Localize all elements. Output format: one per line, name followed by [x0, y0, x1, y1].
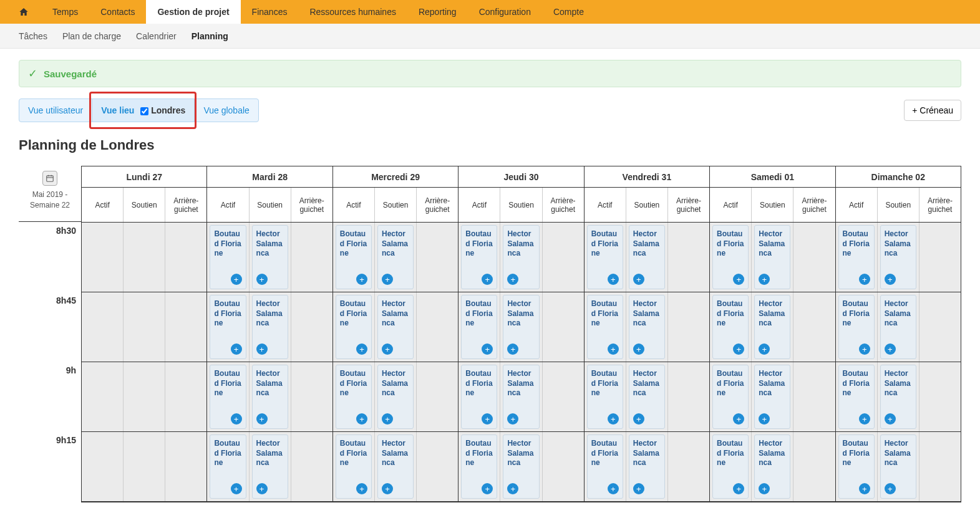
add-icon[interactable]: +	[859, 413, 870, 425]
planning-entry[interactable]: Boutaud Floriane+	[838, 295, 875, 359]
planning-entry[interactable]: Hector Salamanca+	[503, 225, 539, 289]
subnav-planning[interactable]: Planning	[192, 31, 228, 41]
add-icon[interactable]: +	[608, 274, 619, 285]
planning-entry[interactable]: Boutaud Floriane+	[712, 295, 749, 359]
planning-entry[interactable]: Boutaud Floriane+	[587, 365, 623, 429]
add-icon[interactable]: +	[733, 343, 744, 355]
view-global-button[interactable]: Vue globale	[194, 99, 258, 122]
nav-tab-configuration[interactable]: Configuration	[468, 0, 542, 24]
planning-entry[interactable]: Hector Salamanca+	[754, 434, 790, 499]
planning-entry[interactable]: Boutaud Floriane+	[210, 295, 246, 359]
planning-entry[interactable]: Boutaud Floriane+	[461, 434, 497, 499]
view-user-button[interactable]: Vue utilisateur	[19, 99, 92, 122]
add-icon[interactable]: +	[482, 274, 493, 285]
planning-entry[interactable]: Boutaud Floriane+	[210, 225, 246, 289]
add-icon[interactable]: +	[859, 274, 870, 285]
planning-entry[interactable]: Boutaud Floriane+	[336, 434, 372, 499]
add-icon[interactable]: +	[633, 274, 644, 285]
add-icon[interactable]: +	[256, 413, 268, 425]
add-icon[interactable]: +	[507, 413, 518, 425]
add-icon[interactable]: +	[356, 343, 367, 355]
planning-entry[interactable]: Boutaud Floriane+	[210, 365, 246, 429]
nav-tab-ressources-humaines[interactable]: Ressources humaines	[298, 0, 407, 24]
add-icon[interactable]: +	[633, 413, 644, 425]
planning-entry[interactable]: Hector Salamanca+	[754, 365, 790, 429]
planning-entry[interactable]: Hector Salamanca+	[629, 434, 665, 499]
add-icon[interactable]: +	[256, 274, 268, 285]
add-icon[interactable]: +	[482, 483, 493, 494]
planning-entry[interactable]: Boutaud Floriane+	[838, 365, 875, 429]
add-icon[interactable]: +	[482, 343, 493, 355]
planning-entry[interactable]: Hector Salamanca+	[503, 434, 539, 499]
nav-tab-finances[interactable]: Finances	[241, 0, 299, 24]
add-icon[interactable]: +	[885, 274, 896, 285]
add-icon[interactable]: +	[231, 413, 242, 425]
nav-tab-gestion-de-projet[interactable]: Gestion de projet	[146, 0, 240, 24]
planning-entry[interactable]: Hector Salamanca+	[880, 225, 916, 289]
add-icon[interactable]: +	[859, 343, 870, 355]
planning-entry[interactable]: Boutaud Floriane+	[210, 434, 246, 499]
add-icon[interactable]: +	[231, 343, 242, 355]
planning-entry[interactable]: Hector Salamanca+	[629, 225, 665, 289]
add-icon[interactable]: +	[608, 413, 619, 425]
add-icon[interactable]: +	[885, 483, 896, 494]
add-icon[interactable]: +	[382, 274, 393, 285]
add-icon[interactable]: +	[507, 343, 518, 355]
planning-entry[interactable]: Boutaud Floriane+	[587, 295, 623, 359]
planning-entry[interactable]: Hector Salamanca+	[754, 225, 790, 289]
add-icon[interactable]: +	[256, 483, 268, 494]
add-icon[interactable]: +	[885, 413, 896, 425]
add-icon[interactable]: +	[356, 483, 367, 494]
planning-entry[interactable]: Hector Salamanca+	[503, 365, 539, 429]
add-icon[interactable]: +	[256, 343, 268, 355]
add-icon[interactable]: +	[382, 413, 393, 425]
planning-entry[interactable]: Hector Salamanca+	[377, 434, 414, 499]
add-icon[interactable]: +	[633, 343, 644, 355]
planning-entry[interactable]: Hector Salamanca+	[252, 225, 288, 289]
planning-entry[interactable]: Hector Salamanca+	[880, 365, 916, 429]
add-icon[interactable]: +	[759, 274, 770, 285]
planning-entry[interactable]: Hector Salamanca+	[377, 225, 414, 289]
planning-entry[interactable]: Hector Salamanca+	[629, 295, 665, 359]
add-icon[interactable]: +	[759, 483, 770, 494]
add-icon[interactable]: +	[382, 483, 393, 494]
planning-entry[interactable]: Boutaud Floriane+	[712, 434, 749, 499]
view-place-button[interactable]: Vue lieu Londres	[92, 99, 194, 122]
planning-entry[interactable]: Boutaud Floriane+	[461, 225, 497, 289]
add-icon[interactable]: +	[859, 483, 870, 494]
planning-entry[interactable]: Boutaud Floriane+	[587, 225, 623, 289]
home-icon[interactable]	[6, 0, 41, 24]
add-icon[interactable]: +	[356, 274, 367, 285]
add-icon[interactable]: +	[608, 483, 619, 494]
calendar-icon[interactable]	[42, 171, 57, 186]
subnav-plan-de-charge[interactable]: Plan de charge	[62, 31, 121, 41]
add-icon[interactable]: +	[759, 343, 770, 355]
add-icon[interactable]: +	[507, 483, 518, 494]
planning-entry[interactable]: Hector Salamanca+	[377, 365, 414, 429]
nav-tab-reporting[interactable]: Reporting	[407, 0, 468, 24]
create-slot-button[interactable]: + Créneau	[904, 100, 961, 121]
add-icon[interactable]: +	[633, 483, 644, 494]
add-icon[interactable]: +	[231, 274, 242, 285]
planning-entry[interactable]: Boutaud Floriane+	[838, 225, 875, 289]
planning-entry[interactable]: Hector Salamanca+	[503, 295, 539, 359]
subnav-calendrier[interactable]: Calendrier	[136, 31, 177, 41]
add-icon[interactable]: +	[482, 413, 493, 425]
planning-entry[interactable]: Boutaud Floriane+	[336, 365, 372, 429]
add-icon[interactable]: +	[608, 343, 619, 355]
planning-entry[interactable]: Boutaud Floriane+	[587, 434, 623, 499]
add-icon[interactable]: +	[231, 483, 242, 494]
planning-entry[interactable]: Boutaud Floriane+	[712, 365, 749, 429]
planning-entry[interactable]: Hector Salamanca+	[377, 295, 414, 359]
nav-tab-temps[interactable]: Temps	[41, 0, 89, 24]
nav-tab-contacts[interactable]: Contacts	[89, 0, 146, 24]
planning-entry[interactable]: Hector Salamanca+	[252, 295, 288, 359]
add-icon[interactable]: +	[759, 413, 770, 425]
planning-entry[interactable]: Hector Salamanca+	[629, 365, 665, 429]
add-icon[interactable]: +	[356, 413, 367, 425]
add-icon[interactable]: +	[885, 343, 896, 355]
subnav-tâches[interactable]: Tâches	[19, 31, 47, 41]
location-checkbox[interactable]	[140, 107, 148, 115]
planning-entry[interactable]: Hector Salamanca+	[754, 295, 790, 359]
planning-entry[interactable]: Boutaud Floriane+	[336, 225, 372, 289]
